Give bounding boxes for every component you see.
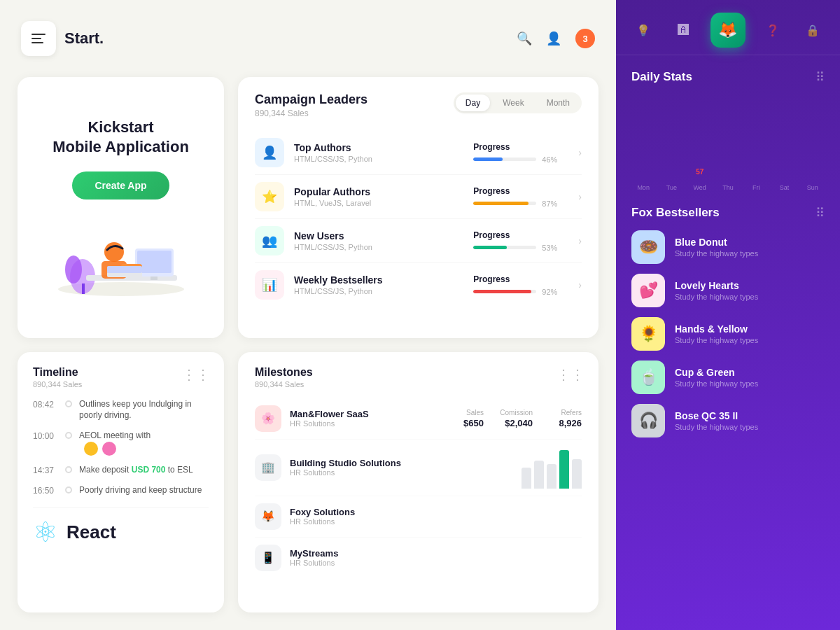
ms-col-label: Comission [484, 409, 533, 416]
tab-group: Day Week Month [454, 92, 582, 113]
row-arrow[interactable]: › [578, 147, 582, 158]
user-icon[interactable]: 👤 [546, 31, 561, 46]
progress-bar-wrap: 53% [473, 244, 557, 252]
header: Start. 🔍 👤 3 [0, 0, 616, 77]
milestones-card: ⋮⋮ Milestones 890,344 Sales 🌸 Man&Flower… [238, 352, 598, 613]
progress-pct: 87% [542, 200, 557, 208]
app-bar-icon-fox[interactable]: 🦊 [710, 13, 746, 48]
tl-time: 10:00 [33, 431, 59, 441]
ms-name: MyStreams [290, 548, 582, 559]
ms-col-label: Refers [533, 409, 582, 416]
bs-title: Fox Bestsellers [631, 206, 720, 220]
tab-month[interactable]: Month [537, 94, 580, 111]
app-bar-icon-alpha[interactable]: 🅰 [671, 18, 696, 43]
row-arrow[interactable]: › [578, 279, 582, 290]
svg-rect-9 [137, 251, 172, 273]
row-icon-popular-authors: ⭐ [255, 182, 284, 211]
row-sub: HTML/CSS/JS, Python [294, 287, 473, 295]
list-item[interactable]: 🌻 Hands & Yellow Study the highway types [631, 317, 825, 351]
row-name: Popular Authors [294, 186, 473, 197]
list-item[interactable]: 💕 Lovely Hearts Study the highway types [631, 274, 825, 307]
app-bar-icon-lock[interactable]: 🔒 [800, 18, 825, 43]
stats-dots[interactable]: ⠿ [816, 69, 825, 85]
row-arrow[interactable]: › [578, 191, 582, 202]
app-bar-icon-bulb[interactable]: 💡 [631, 18, 656, 43]
ms-col-refers: Refers 8,926 [533, 409, 582, 428]
ms-col-label: Sales [435, 409, 484, 416]
ms-sub: HR Solutions [290, 559, 582, 567]
progress-bar-bg [473, 158, 536, 161]
progress-bar-wrap: 46% [473, 155, 557, 164]
progress-label: Progress [473, 230, 510, 240]
tl-avatars [83, 442, 150, 456]
progress-bar-bg [473, 246, 536, 249]
tab-week[interactable]: Week [493, 94, 533, 111]
mini-bar [572, 459, 582, 489]
milestones-menu-dots[interactable]: ⋮⋮ [556, 366, 584, 383]
table-row: ⭐ Popular Authors HTML, VueJS, Laravel P… [255, 175, 582, 219]
list-item: 🦊 Foxy Solutions HR Solutions [255, 496, 582, 538]
progress-label: Progress [473, 274, 510, 284]
bs-sub: Study the highway types [675, 293, 825, 301]
row-icon-top-authors: 👤 [255, 138, 284, 167]
tl-dot [65, 400, 72, 407]
notification-badge[interactable]: 3 [575, 29, 595, 48]
progress-pct: 92% [542, 288, 557, 296]
progress-bar-bg [473, 202, 536, 205]
progress-label: Progress [473, 142, 510, 152]
list-item[interactable]: 🎧 Bose QC 35 II Study the highway types [631, 404, 825, 438]
search-icon[interactable]: 🔍 [517, 31, 532, 46]
bs-info-cup-green: Cup & Green Study the highway types [675, 367, 825, 388]
react-logo-icon: ⚛ [33, 516, 58, 548]
progress-section-2: Progress 87% [473, 186, 571, 208]
list-item: 10:00 AEOL meeting with [33, 430, 209, 456]
list-item: 16:50 Poorly driving and keep structure [33, 484, 209, 496]
ms-sub: HR Solutions [290, 419, 435, 428]
campaign-sales: 890,344 Sales [255, 108, 368, 118]
ms-sub: HR Solutions [290, 468, 510, 477]
progress-bar-fill [473, 290, 531, 293]
row-icon-new-users: 👥 [255, 226, 284, 255]
row-sub: HTML/CSS/JS, Python [294, 155, 473, 163]
ms-col-sales: Sales $650 [435, 409, 484, 428]
tl-time: 08:42 [33, 400, 59, 410]
progress-bar-fill [473, 202, 528, 205]
row-info-top-authors: Top Authors HTML/CSS/JS, Python [294, 142, 473, 163]
app-bar-icon-help[interactable]: ❓ [760, 18, 785, 43]
ms-icon-manflower: 🌸 [255, 405, 281, 432]
ms-info-building: Building Studio Solutions HR Solutions [290, 458, 510, 477]
milestones-info: Milestones 890,344 Sales [255, 366, 313, 388]
list-item[interactable]: 🍩 Blue Donut Study the highway types [631, 230, 825, 264]
bs-img-blue-donut: 🍩 [631, 230, 665, 264]
chart-peak-value: 57 [696, 168, 704, 176]
row-arrow[interactable]: › [578, 235, 582, 246]
create-app-button[interactable]: Create App [72, 172, 169, 200]
ms-col-val: 8,926 [533, 418, 582, 428]
ms-name: Foxy Solutions [290, 507, 582, 517]
milestones-header: Milestones 890,344 Sales [255, 366, 582, 388]
content-grid: KickstartMobile Application Create App [0, 77, 616, 630]
chart-labels: Mon Tue Wed Thu Fri Sat Sun [631, 184, 825, 191]
svg-rect-10 [150, 276, 158, 280]
table-row: 👥 New Users HTML/CSS/JS, Python Progress… [255, 219, 582, 263]
milestones-title: Milestones [255, 366, 313, 379]
row-name: Top Authors [294, 142, 473, 153]
bs-name: Blue Donut [675, 237, 825, 248]
progress-bar-wrap: 92% [473, 288, 557, 296]
chart-bar-wed: 57 [688, 168, 712, 178]
bar-chart: 57 [631, 94, 825, 178]
main-area: Start. 🔍 👤 3 KickstartMobile Application… [0, 0, 616, 630]
mini-bar-highlight [559, 450, 569, 489]
list-item[interactable]: 🍵 Cup & Green Study the highway types [631, 360, 825, 394]
tab-day[interactable]: Day [456, 94, 490, 111]
timeline-menu-dots[interactable]: ⋮⋮ [182, 366, 210, 383]
label-thu: Thu [716, 184, 740, 191]
bs-dots[interactable]: ⠿ [816, 205, 825, 220]
row-info-popular-authors: Popular Authors HTML, VueJS, Laravel [294, 186, 473, 207]
svg-point-5 [65, 255, 82, 284]
ms-name: Man&Flower SaaS [290, 409, 435, 419]
highlight-amount: USD 700 [132, 465, 166, 475]
row-sub: HTML, VueJS, Laravel [294, 199, 473, 207]
milestone-mini-bars [522, 447, 582, 489]
tl-text: Poorly driving and keep structure [79, 484, 202, 496]
